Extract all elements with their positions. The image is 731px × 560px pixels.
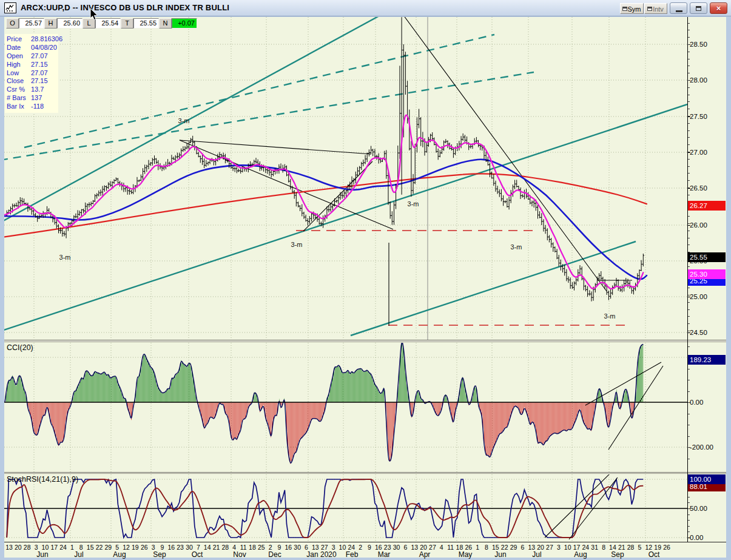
close-button[interactable]: × — [710, 2, 727, 14]
month-label: Sep — [153, 550, 166, 559]
axis-tick-label: 27.00 — [690, 149, 707, 156]
month-label: Jan 2020 — [306, 550, 336, 559]
restore-button[interactable] — [690, 2, 707, 14]
intv-button[interactable]: Intv — [644, 3, 667, 14]
price-badge: 189.23 — [688, 355, 726, 365]
quote-field-label: T — [121, 18, 133, 29]
price-badge: 25.30 — [688, 269, 726, 279]
day-tick-label: 27 — [546, 544, 553, 551]
day-tick-label: 29 — [510, 544, 517, 551]
chart-background — [4, 17, 726, 542]
month-label: Oct — [648, 550, 660, 559]
axis-minor-tick — [688, 288, 690, 288]
month-label: Aug — [574, 550, 587, 559]
data-panel-row: Low27.07 — [7, 69, 58, 78]
quote-field-label: N — [159, 18, 172, 29]
cursor-data-panel: Price28.816306Date04/08/20Open27.07High2… — [5, 34, 58, 113]
day-tick-label: 9 — [368, 544, 371, 551]
axis-minor-tick — [688, 187, 690, 188]
day-tick-label: 15 — [87, 544, 94, 551]
chart-window: CCI(20) StochRSI(14,21(1),9) O25.57H25.6… — [0, 0, 731, 560]
channel-label: 3-m — [178, 117, 190, 124]
data-panel-row-value: 13.7 — [31, 86, 44, 93]
data-panel-row-label: # Bars — [7, 94, 31, 101]
axis-minor-tick — [688, 323, 690, 324]
data-panel-row-value: -118 — [31, 103, 44, 110]
axis-minor-tick — [688, 459, 690, 459]
month-label: Nov — [233, 550, 246, 559]
axis-minor-tick — [688, 425, 690, 425]
pane-splitter-stoch[interactable] — [4, 472, 726, 474]
data-panel-row-value: 27.07 — [31, 69, 48, 76]
axis-minor-tick — [688, 436, 690, 437]
axis-minor-tick — [688, 73, 690, 73]
pane-splitter-cci[interactable] — [4, 340, 726, 342]
month-label: Aug — [113, 550, 126, 559]
axis-tick-label: 26.50 — [690, 184, 707, 192]
data-panel-row: Open27.07 — [7, 52, 58, 61]
data-panel-row-label: Open — [7, 52, 31, 59]
price-badge: 100.00 — [688, 474, 726, 484]
quote-field-value: +0.07 — [172, 18, 197, 29]
axis-tick-label: 24.50 — [690, 329, 707, 336]
axis-tick-label: 27.50 — [690, 113, 707, 120]
axis-minor-tick — [688, 346, 690, 347]
day-tick-label: 8 — [485, 544, 488, 551]
month-label: Mar — [378, 550, 391, 559]
day-tick-label: 26 — [141, 544, 148, 551]
day-tick-label: 23 — [177, 544, 184, 551]
channel-label: 3-m — [604, 312, 616, 320]
day-tick-label: 28 — [222, 544, 229, 551]
intv-window-icon — [647, 7, 652, 11]
data-panel-row-label: Bar Ix — [7, 103, 31, 110]
channel-label: 3-m — [291, 241, 303, 248]
day-tick-label: 13 — [411, 544, 418, 551]
title-bar[interactable]: ARCX:UUP,D -- INVESCO DB US DLR INDEX TR… — [0, 0, 731, 16]
day-tick-label: 6 — [520, 544, 524, 551]
axis-minor-tick — [688, 402, 690, 403]
day-tick-label: 22 — [96, 544, 103, 551]
axis-minor-tick — [688, 137, 690, 138]
axis-tick-label: 25.00 — [690, 293, 707, 300]
axis-minor-tick — [688, 223, 690, 224]
axis-minor-tick — [688, 508, 690, 509]
axis-minor-tick — [688, 245, 690, 245]
time-axis[interactable]: 1320283101724181522295121926391623307142… — [4, 542, 726, 558]
month-label: May — [459, 550, 473, 559]
price-axis[interactable]: 28.5028.0027.5027.0026.5026.0025.5025.00… — [688, 17, 726, 542]
data-panel-row-label: Close — [7, 77, 31, 84]
day-tick-label: 30 — [294, 544, 301, 551]
day-tick-label: 10 — [339, 544, 346, 551]
window-title: ARCX:UUP,D -- INVESCO DB US DLR INDEX TR… — [21, 3, 229, 12]
data-panel-row-label: Price — [7, 35, 31, 42]
data-panel-row-label: Low — [7, 69, 31, 76]
day-tick-label: 13 — [5, 544, 13, 551]
sym-button[interactable]: Sym — [620, 3, 644, 14]
month-label: Oct — [192, 550, 203, 559]
axis-minor-tick — [688, 414, 690, 414]
day-tick-label: 1 — [476, 544, 479, 551]
day-tick-label: 1 — [70, 544, 74, 551]
day-tick-label: 2 — [359, 544, 362, 551]
data-panel-row-value: 28.816306 — [31, 35, 62, 42]
axis-minor-tick — [688, 173, 690, 174]
axis-minor-tick — [688, 159, 690, 160]
axis-minor-tick — [688, 309, 690, 310]
axis-minor-tick — [688, 101, 690, 102]
axis-minor-tick — [688, 152, 690, 152]
axis-minor-tick — [688, 23, 690, 24]
day-tick-label: 24 — [59, 544, 67, 551]
day-tick-label: 25 — [258, 544, 265, 551]
day-tick-label: 16 — [167, 544, 175, 551]
data-panel-row-label: High — [7, 61, 31, 68]
axis-minor-tick — [688, 66, 690, 66]
day-tick-label: 18 — [249, 544, 256, 551]
quote-bar: O25.57H25.60L25.54T25.55N+0.07 — [6, 18, 197, 29]
month-label: Feb — [346, 550, 359, 559]
minimize-button[interactable] — [670, 2, 687, 14]
app-chart-icon[interactable] — [4, 2, 16, 13]
axis-minor-tick — [688, 80, 690, 81]
data-panel-row: Csr %13.7 — [7, 86, 58, 94]
axis-minor-tick — [688, 52, 690, 52]
axis-minor-tick — [688, 180, 690, 181]
